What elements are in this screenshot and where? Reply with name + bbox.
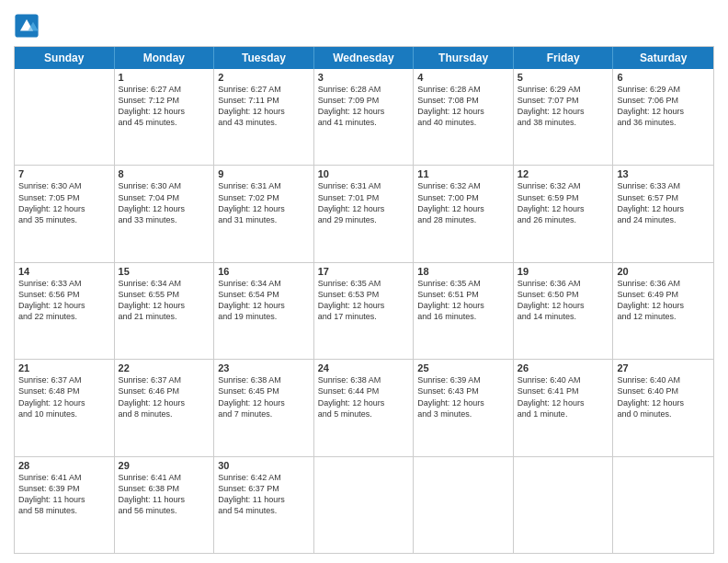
cal-cell-2-3: 9Sunrise: 6:31 AM Sunset: 7:02 PM Daylig…: [214, 166, 314, 261]
cal-cell-3-6: 19Sunrise: 6:36 AM Sunset: 6:50 PM Dayli…: [514, 263, 614, 359]
cell-info: Sunrise: 6:37 AM Sunset: 6:46 PM Dayligh…: [119, 374, 210, 419]
day-number: 13: [617, 168, 710, 179]
cal-week-5: 28Sunrise: 6:41 AM Sunset: 6:39 PM Dayli…: [15, 457, 713, 553]
cell-info: Sunrise: 6:34 AM Sunset: 6:54 PM Dayligh…: [218, 278, 310, 323]
cal-cell-1-4: 3Sunrise: 6:28 AM Sunset: 7:09 PM Daylig…: [314, 69, 415, 165]
calendar-header-row: SundayMondayTuesdayWednesdayThursdayFrid…: [15, 47, 713, 69]
day-number: 3: [318, 72, 410, 83]
cal-header-thursday: Thursday: [414, 47, 514, 69]
cal-cell-4-4: 24Sunrise: 6:38 AM Sunset: 6:44 PM Dayli…: [314, 360, 415, 455]
cell-info: Sunrise: 6:29 AM Sunset: 7:07 PM Dayligh…: [518, 84, 609, 129]
cal-cell-1-6: 5Sunrise: 6:29 AM Sunset: 7:07 PM Daylig…: [514, 69, 614, 165]
cell-info: Sunrise: 6:38 AM Sunset: 6:44 PM Dayligh…: [318, 374, 410, 419]
day-number: 19: [518, 266, 609, 277]
day-number: 21: [18, 362, 110, 373]
cal-header-friday: Friday: [514, 47, 614, 69]
day-number: 1: [119, 72, 210, 83]
cal-cell-4-7: 27Sunrise: 6:40 AM Sunset: 6:40 PM Dayli…: [613, 360, 713, 455]
cal-cell-3-4: 17Sunrise: 6:35 AM Sunset: 6:53 PM Dayli…: [314, 263, 415, 359]
cell-info: Sunrise: 6:42 AM Sunset: 6:37 PM Dayligh…: [218, 472, 310, 517]
cal-cell-4-3: 23Sunrise: 6:38 AM Sunset: 6:45 PM Dayli…: [214, 360, 314, 455]
cell-info: Sunrise: 6:36 AM Sunset: 6:49 PM Dayligh…: [617, 278, 710, 323]
cal-header-wednesday: Wednesday: [314, 47, 415, 69]
day-number: 6: [617, 72, 710, 83]
cell-info: Sunrise: 6:29 AM Sunset: 7:06 PM Dayligh…: [617, 84, 710, 129]
cell-info: Sunrise: 6:28 AM Sunset: 7:09 PM Dayligh…: [318, 84, 410, 129]
cell-info: Sunrise: 6:30 AM Sunset: 7:04 PM Dayligh…: [119, 180, 210, 225]
header: [14, 9, 714, 39]
day-number: 7: [18, 168, 110, 179]
day-number: 15: [119, 266, 210, 277]
cal-cell-3-5: 18Sunrise: 6:35 AM Sunset: 6:51 PM Dayli…: [414, 263, 514, 359]
cell-info: Sunrise: 6:41 AM Sunset: 6:38 PM Dayligh…: [119, 472, 210, 517]
day-number: 2: [218, 72, 310, 83]
cell-info: Sunrise: 6:32 AM Sunset: 7:00 PM Dayligh…: [417, 180, 509, 225]
cal-cell-3-7: 20Sunrise: 6:36 AM Sunset: 6:49 PM Dayli…: [613, 263, 713, 359]
cal-week-1: 1Sunrise: 6:27 AM Sunset: 7:12 PM Daylig…: [15, 69, 713, 166]
day-number: 29: [119, 460, 210, 471]
cell-info: Sunrise: 6:36 AM Sunset: 6:50 PM Dayligh…: [518, 278, 609, 323]
cell-info: Sunrise: 6:32 AM Sunset: 6:59 PM Dayligh…: [518, 180, 609, 225]
day-number: 9: [218, 168, 310, 179]
cal-cell-5-1: 28Sunrise: 6:41 AM Sunset: 6:39 PM Dayli…: [15, 457, 115, 553]
day-number: 4: [417, 72, 509, 83]
cal-cell-5-2: 29Sunrise: 6:41 AM Sunset: 6:38 PM Dayli…: [115, 457, 215, 553]
cal-header-sunday: Sunday: [15, 47, 115, 69]
cal-cell-4-5: 25Sunrise: 6:39 AM Sunset: 6:43 PM Dayli…: [414, 360, 514, 455]
cal-cell-5-4: [314, 457, 415, 553]
cell-info: Sunrise: 6:28 AM Sunset: 7:08 PM Dayligh…: [417, 84, 509, 129]
day-number: 14: [18, 266, 110, 277]
day-number: 16: [218, 266, 310, 277]
cal-week-3: 14Sunrise: 6:33 AM Sunset: 6:56 PM Dayli…: [15, 263, 713, 360]
cell-info: Sunrise: 6:27 AM Sunset: 7:12 PM Dayligh…: [119, 84, 210, 129]
cal-cell-1-3: 2Sunrise: 6:27 AM Sunset: 7:11 PM Daylig…: [214, 69, 314, 165]
cal-cell-2-4: 10Sunrise: 6:31 AM Sunset: 7:01 PM Dayli…: [314, 166, 415, 261]
day-number: 24: [318, 362, 410, 373]
cell-info: Sunrise: 6:41 AM Sunset: 6:39 PM Dayligh…: [18, 472, 110, 517]
cell-info: Sunrise: 6:35 AM Sunset: 6:51 PM Dayligh…: [417, 278, 509, 323]
cal-cell-3-1: 14Sunrise: 6:33 AM Sunset: 6:56 PM Dayli…: [15, 263, 115, 359]
cal-week-2: 7Sunrise: 6:30 AM Sunset: 7:05 PM Daylig…: [15, 166, 713, 262]
day-number: 17: [318, 266, 410, 277]
cal-cell-1-2: 1Sunrise: 6:27 AM Sunset: 7:12 PM Daylig…: [115, 69, 215, 165]
cell-info: Sunrise: 6:38 AM Sunset: 6:45 PM Dayligh…: [218, 374, 310, 419]
day-number: 12: [518, 168, 609, 179]
cal-week-4: 21Sunrise: 6:37 AM Sunset: 6:48 PM Dayli…: [15, 360, 713, 456]
day-number: 22: [119, 362, 210, 373]
day-number: 5: [518, 72, 609, 83]
day-number: 11: [417, 168, 509, 179]
cal-cell-2-2: 8Sunrise: 6:30 AM Sunset: 7:04 PM Daylig…: [115, 166, 215, 261]
cell-info: Sunrise: 6:31 AM Sunset: 7:01 PM Dayligh…: [318, 180, 410, 225]
day-number: 28: [18, 460, 110, 471]
cell-info: Sunrise: 6:34 AM Sunset: 6:55 PM Dayligh…: [119, 278, 210, 323]
day-number: 27: [617, 362, 710, 373]
day-number: 23: [218, 362, 310, 373]
cal-header-monday: Monday: [115, 47, 215, 69]
cell-info: Sunrise: 6:33 AM Sunset: 6:57 PM Dayligh…: [617, 180, 710, 225]
calendar: SundayMondayTuesdayWednesdayThursdayFrid…: [14, 46, 714, 554]
cell-info: Sunrise: 6:33 AM Sunset: 6:56 PM Dayligh…: [18, 278, 110, 323]
cal-cell-2-7: 13Sunrise: 6:33 AM Sunset: 6:57 PM Dayli…: [613, 166, 713, 261]
cal-cell-4-6: 26Sunrise: 6:40 AM Sunset: 6:41 PM Dayli…: [514, 360, 614, 455]
cal-cell-5-7: [613, 457, 713, 553]
cell-info: Sunrise: 6:35 AM Sunset: 6:53 PM Dayligh…: [318, 278, 410, 323]
day-number: 26: [518, 362, 609, 373]
day-number: 10: [318, 168, 410, 179]
cal-cell-1-7: 6Sunrise: 6:29 AM Sunset: 7:06 PM Daylig…: [613, 69, 713, 165]
day-number: 20: [617, 266, 710, 277]
cell-info: Sunrise: 6:37 AM Sunset: 6:48 PM Dayligh…: [18, 374, 110, 419]
day-number: 8: [119, 168, 210, 179]
cal-cell-2-6: 12Sunrise: 6:32 AM Sunset: 6:59 PM Dayli…: [514, 166, 614, 261]
cal-cell-1-1: [15, 69, 115, 165]
cell-info: Sunrise: 6:27 AM Sunset: 7:11 PM Dayligh…: [218, 84, 310, 129]
cal-cell-4-2: 22Sunrise: 6:37 AM Sunset: 6:46 PM Dayli…: [115, 360, 215, 455]
cell-info: Sunrise: 6:40 AM Sunset: 6:40 PM Dayligh…: [617, 374, 710, 419]
cell-info: Sunrise: 6:39 AM Sunset: 6:43 PM Dayligh…: [417, 374, 509, 419]
cal-header-saturday: Saturday: [613, 47, 713, 69]
logo-icon: [14, 13, 40, 39]
cal-cell-5-5: [414, 457, 514, 553]
cal-cell-2-1: 7Sunrise: 6:30 AM Sunset: 7:05 PM Daylig…: [15, 166, 115, 261]
cell-info: Sunrise: 6:30 AM Sunset: 7:05 PM Dayligh…: [18, 180, 110, 225]
day-number: 18: [417, 266, 509, 277]
cal-cell-5-3: 30Sunrise: 6:42 AM Sunset: 6:37 PM Dayli…: [214, 457, 314, 553]
